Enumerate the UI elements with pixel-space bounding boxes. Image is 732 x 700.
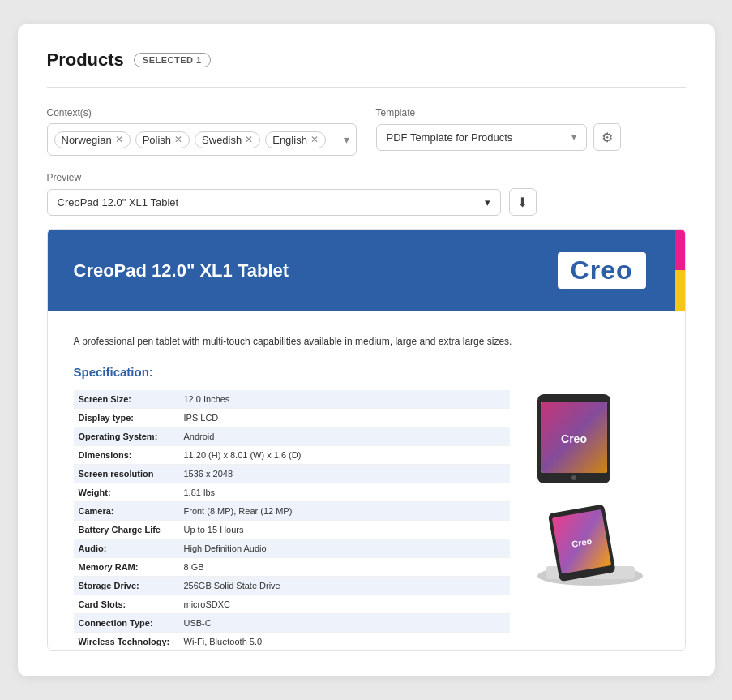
spec-key: Card Slots: xyxy=(74,595,179,613)
template-chevron-icon: ▾ xyxy=(571,131,576,143)
template-select-row: PDF Template for Products ▾ ⚙ xyxy=(376,123,686,151)
spec-key: Screen resolution xyxy=(74,465,179,483)
tag-swedish[interactable]: Swedish ✕ xyxy=(195,131,260,148)
spec-val: Wi-Fi, Bluetooth 5.0 xyxy=(179,633,510,650)
spec-key: Dimensions: xyxy=(74,446,179,464)
tag-english-remove[interactable]: ✕ xyxy=(310,135,319,144)
tag-swedish-label: Swedish xyxy=(202,134,242,146)
preview-label: Preview xyxy=(47,172,686,183)
spec-val: 8 GB xyxy=(179,558,510,576)
spec-key: Display type: xyxy=(74,409,179,427)
spec-key: Screen Size: xyxy=(74,390,179,408)
tag-english[interactable]: English ✕ xyxy=(265,131,326,148)
main-card: Products SELECTED 1 Context(s) Norwegian… xyxy=(18,24,715,676)
spec-row: Card Slots: microSDXC xyxy=(74,595,510,614)
tag-english-label: English xyxy=(272,134,307,146)
spec-val: microSDXC xyxy=(179,595,510,613)
contexts-group: Context(s) Norwegian ✕ Polish ✕ Swedish … xyxy=(47,107,357,156)
spec-key: Battery Charge Life xyxy=(74,521,179,539)
download-button[interactable]: ⬇ xyxy=(509,188,537,216)
template-label: Template xyxy=(376,107,686,118)
doc-spec-title: Specification: xyxy=(74,365,659,379)
spec-row: Screen Size: 12.0 Inches xyxy=(74,390,510,409)
tag-swedish-remove[interactable]: ✕ xyxy=(245,135,253,144)
doc-header-banner: CreoPad 12.0" XL1 Tablet Creo xyxy=(48,230,685,311)
preview-section: Preview CreoPad 12.0" XL1 Tablet ▾ ⬇ Cre… xyxy=(47,172,686,651)
spec-row: Wireless Technology: Wi-Fi, Bluetooth 5.… xyxy=(74,633,510,650)
spec-val: High Definition Audio xyxy=(179,539,510,557)
spec-val: Up to 15 Hours xyxy=(179,521,510,539)
template-select-box[interactable]: PDF Template for Products ▾ xyxy=(376,124,587,151)
doc-brand: Creo xyxy=(558,252,646,289)
spec-row: Audio: High Definition Audio xyxy=(74,539,510,558)
spec-row: Weight: 1.81 lbs xyxy=(74,483,510,502)
spec-key: Audio: xyxy=(74,539,179,557)
download-icon: ⬇ xyxy=(517,195,528,210)
svg-point-5 xyxy=(571,475,576,480)
spec-key: Operating System: xyxy=(74,427,179,445)
spec-val: IPS LCD xyxy=(179,409,510,427)
document-scroll[interactable]: CreoPad 12.0" XL1 Tablet Creo A professi… xyxy=(48,230,685,650)
tablet-keyboard-image: Creo xyxy=(529,499,651,588)
header-divider xyxy=(47,87,686,88)
spec-key: Storage Drive: xyxy=(74,577,179,595)
document-preview: CreoPad 12.0" XL1 Tablet Creo A professi… xyxy=(47,229,686,651)
preview-selector-row: CreoPad 12.0" XL1 Tablet ▾ ⬇ xyxy=(47,188,686,216)
spec-row: Display type: IPS LCD xyxy=(74,409,510,427)
svg-text:Creo: Creo xyxy=(561,432,587,445)
spec-val: 256GB Solid State Drive xyxy=(179,577,510,595)
spec-row: Battery Charge Life Up to 15 Hours xyxy=(74,521,510,539)
tag-polish[interactable]: Polish ✕ xyxy=(135,131,190,148)
doc-specs-row: Screen Size: 12.0 Inches Display type: I… xyxy=(74,390,659,650)
spec-key: Camera: xyxy=(74,502,179,520)
spec-val: Android xyxy=(179,427,510,445)
tag-norwegian[interactable]: Norwegian ✕ xyxy=(54,131,131,148)
doc-images: Creo xyxy=(529,390,659,650)
tag-polish-label: Polish xyxy=(143,134,171,146)
doc-body: A professional pen tablet with multi-tou… xyxy=(48,311,685,650)
spec-row: Storage Drive: 256GB Solid State Drive xyxy=(74,577,510,595)
tag-norwegian-label: Norwegian xyxy=(62,134,112,146)
preview-chevron-icon: ▾ xyxy=(485,196,490,208)
doc-header-accent xyxy=(675,230,685,311)
doc-specs-table: Screen Size: 12.0 Inches Display type: I… xyxy=(74,390,510,650)
document-content: CreoPad 12.0" XL1 Tablet Creo A professi… xyxy=(48,230,685,650)
template-settings-button[interactable]: ⚙ xyxy=(593,123,621,151)
spec-key: Weight: xyxy=(74,483,179,501)
form-row: Context(s) Norwegian ✕ Polish ✕ Swedish … xyxy=(47,107,686,156)
spec-row: Operating System: Android xyxy=(74,427,510,446)
spec-val: 1536 x 2048 xyxy=(179,465,510,483)
spec-val: Front (8 MP), Rear (12 MP) xyxy=(179,502,510,520)
spec-row: Memory RAM: 8 GB xyxy=(74,558,510,577)
context-selector[interactable]: Norwegian ✕ Polish ✕ Swedish ✕ English ✕… xyxy=(47,123,357,156)
spec-val: 11.20 (H) x 8.01 (W) x 1.6 (D) xyxy=(179,446,510,464)
selected-badge: SELECTED 1 xyxy=(134,53,211,67)
preview-product-value: CreoPad 12.0" XL1 Tablet xyxy=(58,196,179,208)
tablet-image-1: Creo xyxy=(529,390,651,487)
spec-row: Connection Type: USB-C xyxy=(74,614,510,633)
preview-product-select[interactable]: CreoPad 12.0" XL1 Tablet ▾ xyxy=(47,189,501,216)
context-chevron-icon: ▾ xyxy=(344,133,349,146)
spec-val: 1.81 lbs xyxy=(179,483,510,501)
spec-row: Screen resolution 1536 x 2048 xyxy=(74,465,510,483)
spec-row: Dimensions: 11.20 (H) x 8.01 (W) x 1.6 (… xyxy=(74,446,510,465)
spec-row: Camera: Front (8 MP), Rear (12 MP) xyxy=(74,502,510,521)
page-title: Products xyxy=(47,49,124,71)
spec-key: Memory RAM: xyxy=(74,558,179,576)
spec-key: Wireless Technology: xyxy=(74,633,179,650)
template-group: Template PDF Template for Products ▾ ⚙ xyxy=(376,107,686,151)
tag-norwegian-remove[interactable]: ✕ xyxy=(115,135,123,144)
doc-product-title: CreoPad 12.0" XL1 Tablet xyxy=(74,260,289,281)
tag-polish-remove[interactable]: ✕ xyxy=(174,135,182,144)
spec-val: USB-C xyxy=(179,614,510,632)
spec-val: 12.0 Inches xyxy=(179,390,510,408)
doc-description: A professional pen tablet with multi-tou… xyxy=(74,334,659,349)
template-value: PDF Template for Products xyxy=(387,131,513,144)
contexts-label: Context(s) xyxy=(47,107,357,118)
spec-key: Connection Type: xyxy=(74,614,179,632)
gear-icon: ⚙ xyxy=(601,130,613,145)
header: Products SELECTED 1 xyxy=(47,49,686,71)
